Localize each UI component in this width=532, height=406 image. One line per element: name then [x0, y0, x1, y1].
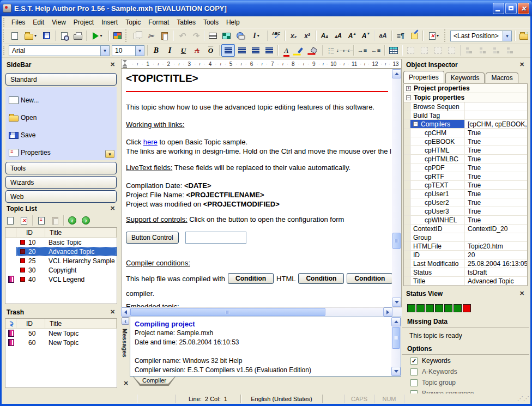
property-row[interactable]: cpHTMLBC True — [404, 155, 527, 163]
toolbar-button[interactable] — [88, 29, 107, 42]
topic-row[interactable]: 40 VCL Legend — [5, 275, 117, 284]
chevron-down-icon[interactable] — [100, 46, 109, 56]
toolbar-button[interactable] — [149, 44, 163, 57]
toolbar-button[interactable] — [3, 214, 17, 227]
toolbar-button[interactable] — [17, 214, 31, 227]
scroll-down-button[interactable] — [391, 367, 401, 376]
scrollbar-thumb[interactable] — [130, 308, 325, 316]
group-topic-properties[interactable]: − Topic properties — [404, 93, 527, 102]
toolbar-button[interactable] — [404, 44, 418, 57]
chevron-down-icon[interactable] — [135, 46, 144, 56]
topic-list-header[interactable]: ID Title — [5, 228, 117, 238]
option-row[interactable]: Keywords — [402, 356, 529, 366]
sidebar-item[interactable]: Open — [9, 109, 114, 126]
toolbar-button[interactable] — [394, 29, 407, 42]
property-row[interactable]: cpUser3 True — [404, 207, 527, 216]
toolbar-button[interactable] — [369, 44, 383, 57]
inspector-tab[interactable]: Keywords — [445, 72, 485, 83]
collapse-button[interactable] — [122, 317, 129, 325]
property-row[interactable]: HTMLFile Topic20.htm — [404, 242, 527, 251]
toolbar-button[interactable] — [431, 44, 445, 57]
collapse-icon[interactable]: − — [406, 95, 411, 100]
menu-item[interactable]: Format — [144, 17, 173, 28]
scroll-left-button[interactable] — [121, 307, 130, 317]
chevron-down-icon[interactable] — [503, 31, 511, 41]
toolbar-button[interactable] — [418, 44, 431, 57]
topic-row[interactable]: 20 Advanced Topic — [5, 247, 117, 256]
toolbar-button[interactable] — [376, 29, 390, 42]
toolbar-button[interactable] — [220, 29, 233, 42]
checkbox[interactable] — [410, 379, 418, 386]
sidebar-group-standard[interactable]: Standard — [5, 73, 117, 86]
last-position-combo[interactable]: <Last Position> — [450, 31, 512, 41]
toolbar-button[interactable] — [40, 29, 53, 42]
toolbar-button[interactable] — [476, 44, 489, 57]
object-inspector-close-button[interactable] — [518, 60, 526, 69]
scroll-up-button[interactable] — [392, 69, 401, 78]
collapse-icon[interactable]: − — [413, 122, 418, 126]
sidebar-item[interactable]: Properties — [9, 144, 114, 161]
expand-icon[interactable]: + — [406, 86, 411, 91]
first-line-indent-marker[interactable] — [123, 60, 127, 63]
toolbar-button[interactable] — [338, 44, 352, 57]
toolbar-button[interactable] — [130, 29, 144, 42]
property-row[interactable]: Title Advanced Topic — [404, 277, 527, 286]
minimize-button[interactable] — [493, 3, 504, 14]
scroll-right-button[interactable] — [383, 307, 392, 317]
editor-vertical-scrollbar[interactable] — [392, 69, 401, 307]
toolbar-button[interactable] — [345, 29, 359, 42]
toolbar-button[interactable] — [65, 214, 79, 227]
tab-compiler[interactable]: Compiler — [134, 377, 175, 384]
toolbar-button[interactable] — [359, 29, 372, 42]
topic-row[interactable]: 30 Copyright — [5, 265, 117, 275]
toolbar-button[interactable] — [386, 44, 400, 57]
topic-editor[interactable]: <TOPICTITLE> This topic show how to use … — [121, 69, 402, 307]
toolbar-button[interactable] — [79, 214, 93, 227]
menu-item[interactable]: Files — [8, 17, 29, 28]
property-row[interactable]: Group — [404, 233, 527, 242]
toolbar-button[interactable] — [204, 44, 217, 57]
sidebar-item[interactable]: New... — [9, 92, 114, 109]
column-header-title[interactable]: Title — [45, 228, 117, 237]
toolbar-button[interactable] — [206, 29, 220, 42]
topic-row[interactable]: 25 VCL Hierarchy Sample — [5, 256, 117, 265]
property-row[interactable]: cpUser2 True — [404, 198, 527, 207]
property-row[interactable]: cpTEXT True — [404, 181, 527, 190]
toolbar-button[interactable] — [462, 44, 476, 57]
toolbar-button[interactable] — [21, 29, 40, 42]
toolbar-button[interactable] — [235, 44, 249, 57]
toolbar-button[interactable] — [407, 29, 421, 42]
toolbar-button[interactable] — [233, 29, 247, 42]
scrollbar-thumb[interactable] — [392, 233, 401, 249]
property-row[interactable]: cpHTML True — [404, 146, 527, 155]
column-header-id[interactable]: ID — [16, 228, 45, 237]
inspector-tab[interactable]: Macros — [486, 72, 518, 83]
condition-button[interactable]: Condition — [228, 273, 274, 284]
toolbar-button[interactable] — [177, 44, 190, 57]
property-row[interactable]: cpEBOOK True — [404, 137, 527, 146]
menu-item[interactable]: Insert — [98, 17, 122, 28]
hanging-indent-marker[interactable] — [123, 63, 127, 66]
trash-header[interactable]: ID Title — [5, 319, 117, 329]
option-row[interactable]: Topic group — [402, 378, 529, 387]
toolbar-button[interactable] — [269, 29, 283, 42]
menu-item[interactable]: Help — [222, 17, 244, 28]
toolbar-button[interactable] — [318, 29, 331, 42]
toolbar-button[interactable] — [158, 29, 171, 42]
menu-item[interactable]: Edit — [29, 17, 48, 28]
sidebar-more-button[interactable] — [105, 150, 114, 158]
close-button[interactable] — [518, 3, 529, 14]
property-row[interactable]: cpPDF True — [404, 163, 527, 172]
toolbar-button[interactable] — [249, 44, 262, 57]
toolbar-button[interactable] — [445, 44, 458, 57]
property-row[interactable]: ID 20 — [404, 251, 527, 259]
property-row[interactable]: Status tsDraft — [404, 268, 527, 277]
ruler[interactable]: 1 2 3 4 5 6 7 8 9 10 — [121, 59, 402, 69]
topic-list-close-button[interactable] — [108, 204, 117, 213]
toolbar-button[interactable] — [111, 29, 124, 42]
menu-item[interactable]: View — [48, 17, 70, 28]
scroll-down-button[interactable] — [392, 298, 401, 307]
toolbar-button[interactable] — [247, 29, 265, 42]
toolbar-button[interactable] — [48, 214, 62, 227]
trash-close-button[interactable] — [108, 308, 117, 316]
